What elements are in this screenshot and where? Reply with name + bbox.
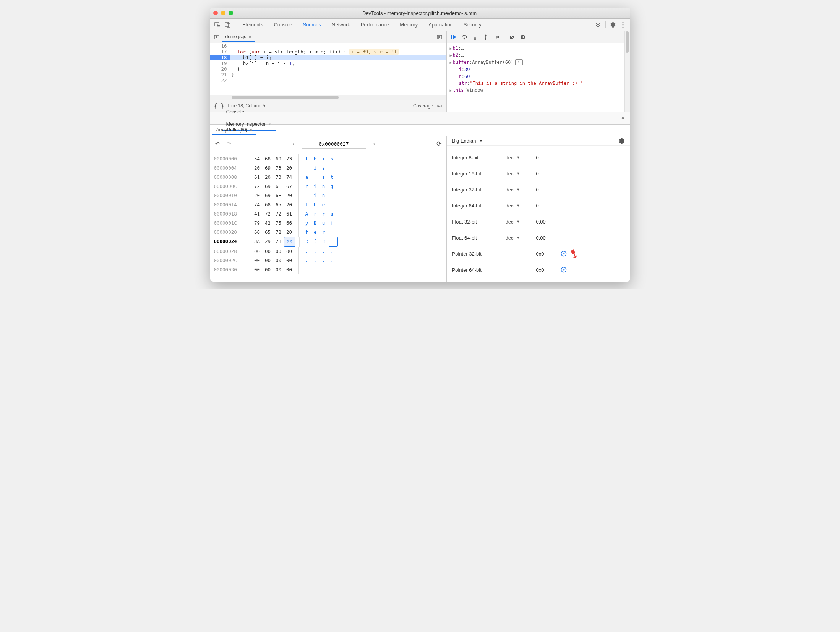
ascii-char[interactable]: r xyxy=(303,182,311,191)
tab-network[interactable]: Network xyxy=(326,19,355,31)
hex-byte[interactable]: 74 xyxy=(252,200,263,209)
ascii-char[interactable]: s xyxy=(319,164,328,173)
file-tab-demo-js[interactable]: demo-js.js × xyxy=(222,32,255,42)
deactivate-breakpoints-icon[interactable] xyxy=(508,32,517,42)
hex-row[interactable]: 0000001020696E20 in xyxy=(214,191,443,200)
hex-byte[interactable]: 72 xyxy=(252,182,263,191)
hex-byte[interactable]: 73 xyxy=(273,164,284,173)
ascii-char[interactable]: . xyxy=(319,256,328,265)
ascii-char[interactable]: . xyxy=(329,237,338,247)
ascii-char[interactable] xyxy=(328,228,336,237)
hex-byte[interactable]: 00 xyxy=(273,247,284,256)
tab-application[interactable]: Application xyxy=(423,19,458,31)
code-line[interactable]: 16 xyxy=(210,43,446,49)
ascii-char[interactable]: h xyxy=(311,200,319,209)
ascii-char[interactable]: : xyxy=(303,237,312,247)
hex-byte[interactable]: 61 xyxy=(252,173,263,182)
close-tab-icon[interactable]: × xyxy=(248,34,251,40)
hex-byte[interactable]: 74 xyxy=(284,173,295,182)
ascii-char[interactable]: . xyxy=(303,247,311,256)
display-mode-select[interactable]: dec ▼ xyxy=(506,203,536,209)
scope-var-n[interactable]: n: 60 xyxy=(450,73,621,80)
hex-byte[interactable]: 68 xyxy=(263,154,273,164)
redo-icon[interactable]: ↷ xyxy=(225,141,233,147)
ascii-char[interactable]: i xyxy=(319,154,328,164)
step-into-icon[interactable] xyxy=(470,32,480,42)
ascii-char[interactable]: h xyxy=(311,154,319,164)
hex-byte[interactable]: 73 xyxy=(284,154,295,164)
hex-byte[interactable]: 72 xyxy=(263,209,273,219)
ascii-char[interactable]: r xyxy=(319,228,328,237)
hex-byte[interactable]: 20 xyxy=(284,164,295,173)
scope-var-b1[interactable]: ▶b1: … xyxy=(450,45,621,52)
hex-byte[interactable]: 6E xyxy=(273,191,284,200)
ascii-char[interactable] xyxy=(328,200,336,209)
ascii-char[interactable]: f xyxy=(328,219,336,228)
hex-byte[interactable]: 20 xyxy=(263,173,273,182)
hex-row[interactable]: 0000000420697320 is xyxy=(214,164,443,173)
code-line[interactable]: 20 } xyxy=(210,66,446,72)
hex-grid[interactable]: 0000000054686973This0000000420697320 is … xyxy=(210,151,446,277)
code-line[interactable]: 19 b2[i] = n - i - 1; xyxy=(210,60,446,66)
close-drawer-icon[interactable]: × xyxy=(618,115,628,122)
hex-byte[interactable]: 00 xyxy=(263,265,273,274)
scope-var-this[interactable]: ▶this: Window xyxy=(450,87,621,94)
step-out-icon[interactable] xyxy=(481,32,490,42)
ascii-char[interactable]: T xyxy=(303,154,311,164)
refresh-icon[interactable]: ⟳ xyxy=(435,140,443,148)
ascii-char[interactable]: f xyxy=(303,228,311,237)
hex-byte[interactable]: 66 xyxy=(284,219,295,228)
display-mode-select[interactable]: dec ▼ xyxy=(506,235,536,241)
hex-byte[interactable]: 61 xyxy=(284,209,295,219)
ascii-char[interactable]: . xyxy=(311,256,319,265)
hex-byte[interactable]: 00 xyxy=(252,265,263,274)
ascii-char[interactable]: n xyxy=(319,191,328,200)
endianness-select[interactable]: Big Endian ▼ xyxy=(452,138,483,144)
hex-byte[interactable]: 00 xyxy=(252,256,263,265)
scope-var-str[interactable]: str: "This is a string in the ArrayBuffe… xyxy=(450,80,621,87)
hex-byte[interactable]: 20 xyxy=(284,228,295,237)
ascii-char[interactable]: ) xyxy=(312,237,320,247)
close-tab-icon[interactable]: × xyxy=(268,121,271,127)
undo-icon[interactable]: ↶ xyxy=(213,141,222,147)
tab-performance[interactable]: Performance xyxy=(355,19,394,31)
hex-byte[interactable]: 41 xyxy=(252,209,263,219)
hex-byte[interactable]: 65 xyxy=(273,200,284,209)
display-mode-select[interactable]: dec ▼ xyxy=(506,219,536,225)
ascii-char[interactable]: r xyxy=(319,209,328,219)
next-page-icon[interactable]: › xyxy=(370,141,379,147)
tab-memory[interactable]: Memory xyxy=(394,19,423,31)
step-icon[interactable] xyxy=(492,32,501,42)
address-input[interactable] xyxy=(302,139,366,149)
ascii-char[interactable]: B xyxy=(311,219,319,228)
hex-byte[interactable]: 66 xyxy=(252,228,263,237)
hex-byte[interactable]: 54 xyxy=(252,154,263,164)
hex-byte[interactable]: 20 xyxy=(284,191,295,200)
close-tab-icon[interactable]: × xyxy=(250,127,252,133)
hex-byte[interactable]: 29 xyxy=(263,237,273,247)
ascii-char[interactable]: i xyxy=(311,164,319,173)
hex-byte[interactable]: 20 xyxy=(252,164,263,173)
display-mode-select[interactable]: dec ▼ xyxy=(506,171,536,177)
hex-byte[interactable]: 42 xyxy=(263,219,273,228)
prev-page-icon[interactable]: ‹ xyxy=(289,141,298,147)
ascii-char[interactable]: . xyxy=(328,265,336,274)
ascii-char[interactable]: e xyxy=(311,228,319,237)
hex-row[interactable]: 0000001C79427566yBuf xyxy=(214,219,443,228)
tab-sources[interactable]: Sources xyxy=(297,19,326,32)
settings-gear-icon[interactable] xyxy=(608,20,618,30)
run-snippet-icon[interactable] xyxy=(435,34,444,40)
hex-byte[interactable]: 72 xyxy=(273,209,284,219)
ascii-char[interactable]: . xyxy=(328,256,336,265)
hex-byte[interactable]: 79 xyxy=(252,219,263,228)
jump-to-address-icon[interactable] xyxy=(561,251,567,257)
hex-byte[interactable]: 67 xyxy=(284,182,295,191)
hex-byte[interactable]: 69 xyxy=(263,191,273,200)
hex-row[interactable]: 0000002C00000000.... xyxy=(214,256,443,265)
hex-byte[interactable]: 00 xyxy=(284,247,295,256)
hex-byte[interactable]: 00 xyxy=(284,265,295,274)
hex-byte[interactable]: 73 xyxy=(273,173,284,182)
hex-byte[interactable]: 00 xyxy=(273,256,284,265)
hex-row[interactable]: 0000001474686520the xyxy=(214,200,443,209)
step-over-icon[interactable] xyxy=(460,32,469,42)
